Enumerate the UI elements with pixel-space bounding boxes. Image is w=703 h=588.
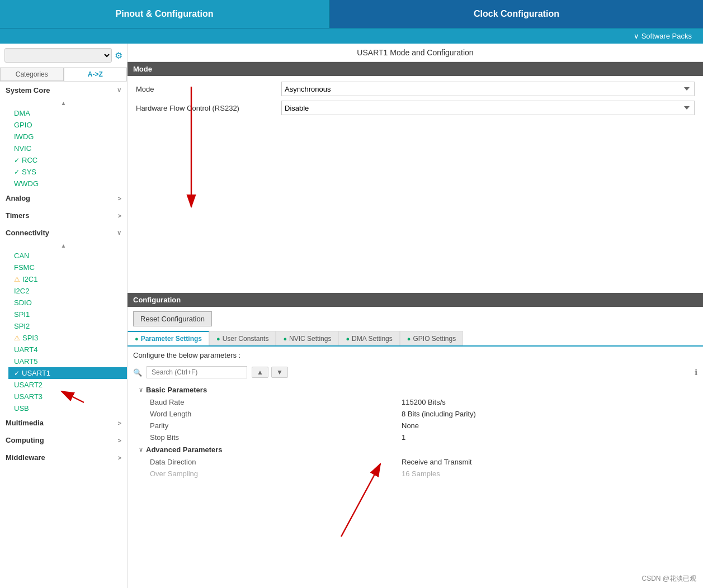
sys-label: SYS [22,168,36,176]
section-computing: Computing > [0,431,127,449]
basic-params-collapse-icon: ∨ [139,386,143,393]
tab-atoz[interactable]: A->Z [64,68,128,81]
dma-settings-label: DMA Settings [352,335,393,343]
sidebar-item-spi3[interactable]: ⚠ SPI3 [8,332,127,344]
spi1-label: SPI1 [14,310,30,319]
sdio-label: SDIO [14,298,32,307]
search-prev-button[interactable]: ▲ [252,367,268,378]
sidebar-controls: ⚙ [0,44,127,68]
section-timers: Timers > [0,207,127,224]
sidebar-item-iwdg[interactable]: IWDG [8,131,127,143]
reset-config-button[interactable]: Reset Configuration [133,311,212,326]
connectivity-scroll-up: ▲ [0,241,127,250]
wwdg-label: WWDG [14,179,39,188]
sidebar-item-i2c1[interactable]: ⚠ I2C1 [8,273,127,285]
computing-arrow: > [118,437,121,444]
nvic-label: NVIC [14,144,31,153]
baud-rate-value: 115200 Bits/s [402,398,446,406]
system-core-arrow: ∨ [117,87,121,94]
stop-bits-value: 1 [402,433,405,442]
sidebar-item-fsmc[interactable]: FSMC [8,262,127,273]
rcc-label: RCC [22,156,37,164]
scroll-up-icon: ▲ [61,100,67,106]
sidebar-item-usb[interactable]: USB [8,402,127,414]
basic-params-group-label: Basic Parameters [146,386,207,394]
spi3-warn-icon: ⚠ [14,334,20,342]
parity-name: Parity [150,421,402,430]
section-analog: Analog > [0,189,127,207]
iwdg-label: IWDG [14,132,34,141]
section-connectivity: Connectivity ∨ ▲ CAN FSMC ⚠ I2C1 I2C2 [0,224,127,414]
dma-label: DMA [14,109,30,117]
i2c2-label: I2C2 [14,287,29,295]
data-direction-name: Data Direction [150,458,402,466]
multimedia-header[interactable]: Multimedia > [0,414,127,431]
tab-parameter-settings[interactable]: ● Parameter Settings [128,331,209,345]
software-packs-label: ∨ Software Packs [634,32,692,40]
gpio-settings-label: GPIO Settings [413,335,456,343]
sidebar-item-rcc[interactable]: ✓ RCC [8,154,127,166]
usart1-label: USART1 [22,369,50,377]
fsmc-label: FSMC [14,263,35,272]
sidebar-dropdown[interactable] [4,48,112,63]
sidebar-item-can[interactable]: CAN [8,250,127,262]
search-row: 🔍 ▲ ▼ ℹ [128,364,703,381]
system-core-items: DMA GPIO IWDG NVIC ✓ RCC ✓ SYS [0,107,127,189]
param-row-parity: Parity None [139,420,692,431]
content-title: USART1 Mode and Configuration [128,44,703,62]
sidebar-item-wwdg[interactable]: WWDG [8,178,127,189]
can-label: CAN [14,252,29,260]
connectivity-scroll-icon: ▲ [61,243,67,249]
uart4-label: UART4 [14,345,37,354]
timers-label: Timers [6,211,29,220]
sidebar-item-gpio[interactable]: GPIO [8,119,127,131]
multimedia-arrow: > [118,420,121,426]
analog-header[interactable]: Analog > [0,189,127,207]
tab-user-constants[interactable]: ● User Constants [209,331,276,345]
config-section: Configuration Reset Configuration ● Para… [128,293,703,588]
gpio-label: GPIO [14,121,32,129]
basic-params-group-header[interactable]: ∨ Basic Parameters [139,383,692,396]
sidebar-item-usart3[interactable]: USART3 [8,391,127,402]
sidebar-item-spi1[interactable]: SPI1 [8,309,127,320]
sidebar-item-uart4[interactable]: UART4 [8,344,127,355]
advanced-params-group-header[interactable]: ∨ Advanced Parameters [139,443,692,456]
param-row-data-direction: Data Direction Receive and Transmit [139,456,692,468]
computing-header[interactable]: Computing > [0,431,127,449]
search-input[interactable] [147,366,247,378]
tab-dma-settings[interactable]: ● DMA Settings [338,331,399,345]
gear-icon[interactable]: ⚙ [115,50,122,61]
section-system-core: System Core ∨ ▲ DMA GPIO IWDG NVIC [0,82,127,189]
search-next-button[interactable]: ▼ [271,367,288,378]
computing-label: Computing [6,436,44,444]
section-middleware: Middleware > [0,449,127,466]
mode-section-header: Mode [128,62,703,76]
mode-select[interactable]: Asynchronous [281,82,695,96]
sidebar-item-uart5[interactable]: UART5 [8,355,127,367]
tab-categories[interactable]: Categories [0,68,64,81]
sidebar-item-i2c2[interactable]: I2C2 [8,285,127,297]
over-sampling-value: 16 Samples [402,470,440,478]
sidebar-item-usart2[interactable]: USART2 [8,379,127,391]
sidebar-item-usart1[interactable]: ✓ USART1 [8,367,127,379]
data-direction-value: Receive and Transmit [402,458,472,466]
config-section-header: Configuration [128,293,703,307]
timers-header[interactable]: Timers > [0,207,127,224]
nvic-settings-label: NVIC Settings [289,335,331,343]
sidebar-item-dma[interactable]: DMA [8,107,127,119]
middleware-header[interactable]: Middleware > [0,449,127,466]
sidebar-item-nvic[interactable]: NVIC [8,143,127,154]
tab-nvic-settings[interactable]: ● NVIC Settings [276,331,338,345]
watermark: CSDN @花淡已观 [641,574,696,584]
i2c1-warn-icon: ⚠ [14,276,20,283]
section-multimedia: Multimedia > [0,414,127,431]
params-area: ∨ Basic Parameters Baud Rate 115200 Bits… [128,381,703,482]
usart1-check-icon: ✓ [14,369,20,377]
sidebar-item-sdio[interactable]: SDIO [8,297,127,309]
connectivity-header[interactable]: Connectivity ∨ [0,224,127,241]
sidebar-item-sys[interactable]: ✓ SYS [8,166,127,178]
sidebar-item-spi2[interactable]: SPI2 [8,320,127,332]
system-core-header[interactable]: System Core ∨ [0,82,127,99]
tab-gpio-settings[interactable]: ● GPIO Settings [400,331,463,345]
hardware-flow-select[interactable]: Disable [281,101,695,115]
